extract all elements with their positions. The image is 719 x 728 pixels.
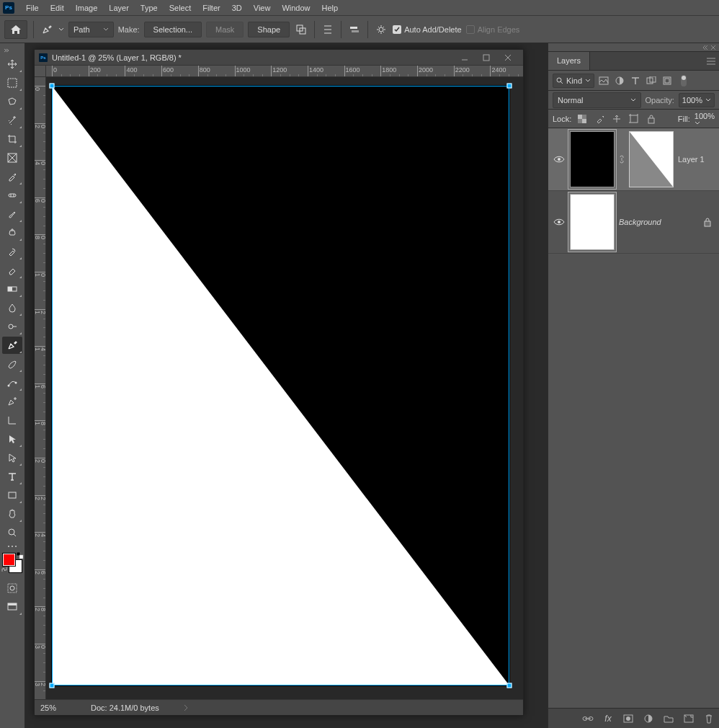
frame-tool[interactable] [2,149,22,167]
layer-mask-thumbnail[interactable] [629,131,674,187]
brush-tool[interactable] [2,205,22,223]
gear-icon[interactable] [374,22,388,37]
quick-mask-tool[interactable] [2,580,22,597]
layer-thumbnail[interactable] [570,131,615,187]
filter-adjustment-icon[interactable] [613,74,626,87]
color-swatches[interactable] [3,554,22,572]
close-button[interactable] [497,51,519,64]
filter-type-icon[interactable] [629,74,642,87]
fill-input[interactable]: 100% [695,112,715,126]
layer-name[interactable]: Background [619,218,699,226]
lock-position-icon[interactable] [610,112,623,125]
layer-item[interactable]: Layer 1 [548,128,719,191]
lock-artboard-icon[interactable] [628,112,640,125]
eraser-tool[interactable] [2,262,22,279]
magic-wand-tool[interactable] [2,112,22,129]
menu-type[interactable]: Type [135,1,164,15]
path-alignment-icon[interactable] [321,22,335,37]
zoom-tool[interactable] [2,524,22,541]
horizontal-ruler[interactable]: 0200400600800100012001400160018002000220… [46,66,523,77]
panel-menu-icon[interactable] [703,52,719,70]
opacity-input[interactable]: 100% [679,93,715,107]
menu-select[interactable]: Select [164,1,197,15]
filter-shape-icon[interactable] [645,74,658,87]
hand-tool[interactable] [2,505,22,523]
make-shape-button[interactable]: Shape [248,22,290,37]
auto-add-delete-checkbox[interactable]: Auto Add/Delete [393,25,462,34]
history-brush-tool[interactable] [2,243,22,260]
link-mask-icon[interactable] [619,154,625,164]
group-icon[interactable] [663,713,674,724]
doc-status-text[interactable]: Doc: 24.1M/0 bytes [91,703,159,712]
healing-brush-tool[interactable] [2,187,22,204]
layer-style-icon[interactable]: fx [602,713,614,724]
rectangle-tool[interactable] [2,487,22,504]
close-panel-icon[interactable] [710,45,716,50]
curvature-pen-tool[interactable] [2,374,22,391]
layer-thumbnail[interactable] [570,194,615,250]
gradient-tool[interactable] [2,280,22,298]
lock-image-icon[interactable] [593,112,606,125]
layer-item[interactable]: Background [548,191,719,254]
minimize-button[interactable] [454,51,475,64]
add-anchor-point-tool[interactable] [2,393,22,410]
menu-help[interactable]: Help [316,1,344,15]
menu-image[interactable]: Image [70,1,104,15]
document-titlebar[interactable]: Ps Untitled-1 @ 25% (Layer 1, RGB/8) * [35,50,523,66]
path-operations-icon[interactable] [294,22,308,37]
lock-all-icon[interactable] [645,112,658,125]
swap-colors-icon[interactable] [1,566,8,573]
path-selection-tool[interactable] [2,430,22,448]
expand-toolbar-icon[interactable] [3,48,10,55]
tool-mode-dropdown[interactable]: Path [68,22,114,37]
chevron-right-icon[interactable] [184,704,188,711]
freeform-pen-tool[interactable] [2,355,22,373]
crop-tool[interactable] [2,130,22,148]
lock-transparency-icon[interactable] [576,112,589,125]
type-tool[interactable] [2,468,22,485]
menu-window[interactable]: Window [276,1,316,15]
menu-edit[interactable]: Edit [45,1,70,15]
canvas[interactable] [52,86,509,685]
chevron-down-icon[interactable] [58,27,64,32]
collapse-icon[interactable] [702,45,707,50]
path-arrangement-icon[interactable] [347,22,362,37]
edit-toolbar-icon[interactable] [2,543,22,550]
eyedropper-tool[interactable] [2,168,22,185]
canvas-viewport[interactable] [46,77,523,699]
delete-layer-icon[interactable] [703,713,715,724]
home-button[interactable] [4,20,27,39]
blur-tool[interactable] [2,299,22,316]
zoom-value[interactable]: 25% [40,703,76,712]
menu-3d[interactable]: 3D [226,1,248,15]
menu-layer[interactable]: Layer [103,1,135,15]
layer-name[interactable]: Layer 1 [678,155,715,164]
filter-smart-icon[interactable] [661,74,674,87]
convert-point-tool[interactable] [2,412,22,429]
layers-tab[interactable]: Layers [548,52,590,70]
make-selection-button[interactable]: Selection... [144,22,202,37]
pen-tool-icon[interactable] [40,22,54,37]
foreground-color[interactable] [3,554,15,566]
menu-view[interactable]: View [248,1,277,15]
adjustment-layer-icon[interactable] [643,713,654,724]
link-layers-icon[interactable] [582,713,594,724]
marquee-tool[interactable] [2,74,22,92]
filter-type-dropdown[interactable]: Kind [553,74,594,88]
clone-stamp-tool[interactable] [2,224,22,241]
default-colors-icon[interactable] [17,552,24,559]
dodge-tool[interactable] [2,318,22,335]
screen-mode-tool[interactable] [2,598,22,616]
maximize-button[interactable] [475,51,497,64]
pen-tool[interactable] [2,337,22,354]
visibility-icon[interactable] [553,155,566,164]
menu-filter[interactable]: Filter [197,1,225,15]
filter-pixel-icon[interactable] [597,74,610,87]
add-mask-icon[interactable] [622,713,634,724]
lasso-tool[interactable] [2,93,22,110]
filter-toggle[interactable] [681,75,687,86]
blend-mode-dropdown[interactable]: Normal [553,92,641,108]
ruler-origin[interactable] [35,66,46,77]
new-layer-icon[interactable] [683,713,695,724]
visibility-icon[interactable] [553,218,566,226]
